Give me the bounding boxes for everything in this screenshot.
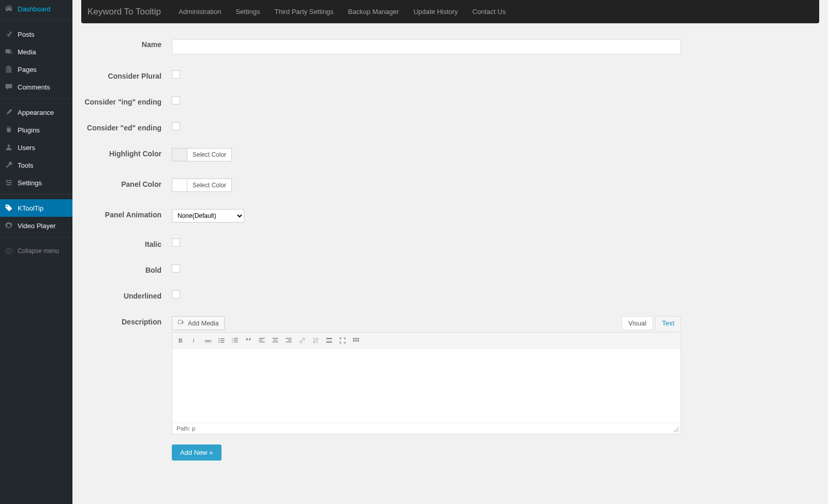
sidebar-item-comments[interactable]: Comments bbox=[0, 78, 72, 96]
topbar-link-backup[interactable]: Backup Manager bbox=[341, 8, 406, 16]
svg-point-13 bbox=[218, 338, 219, 339]
sidebar-item-plugins[interactable]: Plugins bbox=[0, 121, 72, 139]
sidebar-item-media[interactable]: Media bbox=[0, 43, 72, 61]
unlink-icon[interactable] bbox=[310, 335, 321, 346]
sidebar-item-label: Comments bbox=[18, 83, 50, 91]
sidebar-item-pages[interactable]: Pages bbox=[0, 61, 72, 78]
sidebar-item-settings[interactable]: Settings bbox=[0, 174, 72, 191]
sidebar-item-video-player[interactable]: Video Player bbox=[0, 217, 72, 234]
svg-rect-31 bbox=[286, 338, 291, 338]
panel-select-color-button[interactable]: Select Color bbox=[187, 179, 231, 191]
sidebar-item-label: Posts bbox=[18, 31, 35, 38]
highlight-select-color-button[interactable]: Select Color bbox=[187, 149, 231, 161]
bullet-list-icon[interactable] bbox=[216, 335, 227, 346]
admin-sidebar: Dashboard Posts Media Pages Comments App… bbox=[0, 0, 72, 497]
sidebar-item-label: Pages bbox=[18, 66, 37, 73]
consider-ed-checkbox[interactable] bbox=[172, 122, 180, 130]
svg-point-3 bbox=[10, 182, 11, 183]
sidebar-item-label: Dashboard bbox=[18, 5, 51, 13]
svg-rect-43 bbox=[358, 340, 359, 342]
editor-toolbar: B I ABC 123 bbox=[172, 333, 681, 349]
user-icon bbox=[4, 143, 13, 152]
editor-tab-text[interactable]: Text bbox=[655, 316, 681, 330]
bold-icon[interactable]: B bbox=[175, 335, 187, 346]
svg-rect-35 bbox=[326, 338, 332, 339]
toolbar-toggle-icon[interactable] bbox=[350, 335, 362, 346]
svg-rect-32 bbox=[288, 340, 292, 340]
insert-more-icon[interactable] bbox=[323, 335, 335, 346]
add-media-button[interactable]: Add Media bbox=[172, 316, 225, 330]
wrench-icon bbox=[4, 160, 13, 170]
label-panel-animation: Panel Animation bbox=[81, 209, 172, 219]
sidebar-item-label: Plugins bbox=[18, 126, 40, 134]
consider-ing-checkbox[interactable] bbox=[172, 96, 180, 105]
gear-icon bbox=[4, 221, 13, 230]
sidebar-item-ktooltip[interactable]: KToolTip bbox=[0, 199, 72, 217]
sidebar-item-tools[interactable]: Tools bbox=[0, 156, 72, 174]
sidebar-item-dashboard[interactable]: Dashboard bbox=[0, 0, 72, 18]
tag-icon bbox=[4, 203, 13, 213]
plugin-topbar: Keyword To Tooltip Administration Settin… bbox=[81, 0, 819, 23]
topbar-link-contact[interactable]: Contact Us bbox=[465, 8, 513, 16]
svg-rect-0 bbox=[6, 49, 11, 53]
consider-plural-checkbox[interactable] bbox=[172, 70, 180, 79]
panel-color-swatch[interactable] bbox=[172, 179, 187, 191]
underlined-checkbox[interactable] bbox=[172, 290, 180, 299]
menu-separator bbox=[0, 98, 72, 101]
highlight-color-swatch[interactable] bbox=[172, 149, 187, 161]
plug-icon bbox=[4, 125, 13, 135]
collapse-menu[interactable]: Collapse menu bbox=[0, 242, 72, 260]
topbar-link-third-party[interactable]: Third Party Settings bbox=[267, 8, 341, 16]
sidebar-item-label: Users bbox=[18, 144, 35, 152]
svg-text:I: I bbox=[193, 337, 195, 344]
topbar-link-settings[interactable]: Settings bbox=[228, 8, 267, 16]
svg-text:B: B bbox=[179, 337, 183, 344]
collapse-label: Collapse menu bbox=[18, 247, 59, 255]
number-list-icon[interactable]: 123 bbox=[229, 335, 241, 346]
topbar-link-administration[interactable]: Administration bbox=[171, 8, 228, 16]
label-consider-ed: Consider "ed" ending bbox=[81, 122, 172, 132]
link-icon[interactable] bbox=[297, 335, 308, 346]
label-bold: Bold bbox=[81, 264, 172, 274]
menu-separator bbox=[0, 194, 72, 197]
resize-handle-icon[interactable] bbox=[673, 426, 679, 433]
brush-icon bbox=[4, 108, 13, 117]
strike-icon[interactable]: ABC bbox=[202, 335, 214, 346]
label-underlined: Underlined bbox=[81, 290, 172, 300]
collapse-icon bbox=[4, 246, 13, 256]
bold-checkbox[interactable] bbox=[172, 264, 180, 273]
add-new-button[interactable]: Add New » bbox=[172, 444, 221, 461]
svg-rect-33 bbox=[286, 342, 291, 342]
svg-rect-40 bbox=[358, 338, 359, 339]
sidebar-item-label: Settings bbox=[18, 179, 42, 187]
svg-rect-30 bbox=[272, 342, 278, 342]
panel-animation-select[interactable]: None(Default) bbox=[172, 209, 244, 223]
label-description: Description bbox=[81, 316, 172, 326]
align-center-icon[interactable] bbox=[270, 335, 281, 346]
label-italic: Italic bbox=[81, 239, 172, 248]
name-input[interactable] bbox=[172, 39, 681, 54]
sidebar-item-users[interactable]: Users bbox=[0, 139, 72, 156]
media-icon bbox=[4, 47, 13, 56]
italic-checkbox[interactable] bbox=[172, 239, 180, 247]
sidebar-item-posts[interactable]: Posts bbox=[0, 25, 72, 43]
topbar-link-history[interactable]: Update History bbox=[406, 8, 465, 16]
fullscreen-icon[interactable] bbox=[337, 335, 348, 346]
align-right-icon[interactable] bbox=[283, 335, 294, 346]
blockquote-icon[interactable] bbox=[243, 335, 254, 346]
description-textarea[interactable] bbox=[172, 349, 681, 421]
editor-tab-visual[interactable]: Visual bbox=[622, 316, 653, 330]
svg-rect-17 bbox=[220, 340, 225, 340]
align-left-icon[interactable] bbox=[256, 335, 268, 346]
svg-rect-38 bbox=[353, 338, 354, 339]
svg-rect-22 bbox=[234, 338, 238, 338]
svg-rect-27 bbox=[259, 342, 264, 342]
pin-icon bbox=[4, 29, 13, 39]
svg-rect-42 bbox=[356, 340, 357, 342]
svg-rect-16 bbox=[220, 338, 225, 339]
italic-icon[interactable]: I bbox=[189, 335, 200, 346]
svg-rect-28 bbox=[272, 338, 278, 338]
main-content: Keyword To Tooltip Administration Settin… bbox=[72, 0, 828, 497]
svg-point-2 bbox=[6, 180, 8, 181]
sidebar-item-appearance[interactable]: Appearance bbox=[0, 103, 72, 121]
